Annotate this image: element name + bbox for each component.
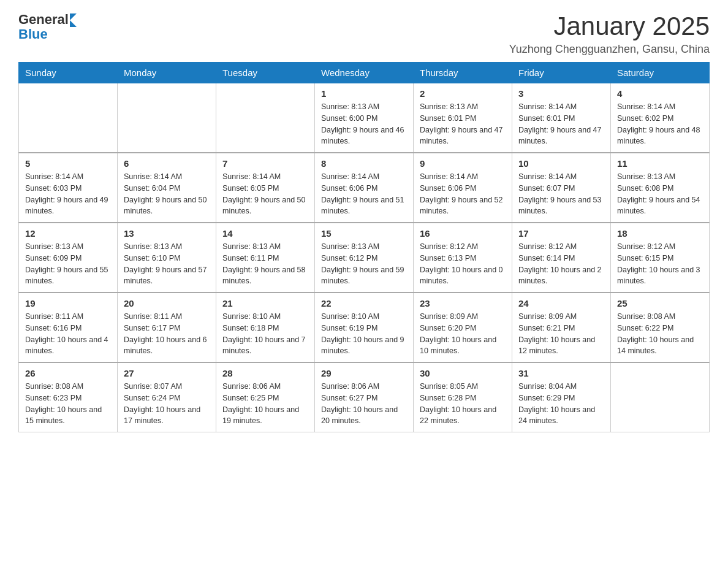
day-of-week-tuesday: Tuesday: [216, 63, 315, 83]
calendar-cell: 12Sunrise: 8:13 AMSunset: 6:09 PMDayligh…: [19, 223, 118, 293]
week-row-5: 26Sunrise: 8:08 AMSunset: 6:23 PMDayligh…: [19, 362, 710, 432]
calendar-cell: 13Sunrise: 8:13 AMSunset: 6:10 PMDayligh…: [118, 223, 216, 293]
day-number: 21: [222, 298, 308, 308]
day-number: 22: [321, 298, 407, 308]
page-header: General Blue January 2025 Yuzhong Chengg…: [18, 12, 710, 56]
day-info: Sunrise: 8:14 AMSunset: 6:04 PMDaylight:…: [124, 171, 210, 217]
day-number: 6: [124, 158, 210, 169]
day-info: Sunrise: 8:06 AMSunset: 6:27 PMDaylight:…: [321, 381, 407, 427]
day-info: Sunrise: 8:06 AMSunset: 6:25 PMDaylight:…: [222, 381, 308, 427]
day-info: Sunrise: 8:09 AMSunset: 6:20 PMDaylight:…: [420, 311, 506, 357]
calendar-cell: 4Sunrise: 8:14 AMSunset: 6:02 PMDaylight…: [611, 83, 710, 153]
calendar-cell: 20Sunrise: 8:11 AMSunset: 6:17 PMDayligh…: [118, 293, 216, 362]
day-number: 24: [518, 298, 604, 308]
day-number: 13: [124, 228, 210, 239]
calendar-cell: 27Sunrise: 8:07 AMSunset: 6:24 PMDayligh…: [118, 362, 216, 432]
calendar-cell: 28Sunrise: 8:06 AMSunset: 6:25 PMDayligh…: [216, 362, 315, 432]
day-number: 10: [518, 158, 604, 169]
day-of-week-sunday: Sunday: [19, 63, 118, 83]
day-of-week-saturday: Saturday: [611, 63, 710, 83]
day-number: 16: [420, 228, 506, 239]
calendar-cell: 30Sunrise: 8:05 AMSunset: 6:28 PMDayligh…: [414, 362, 512, 432]
calendar-header-row: SundayMondayTuesdayWednesdayThursdayFrid…: [19, 63, 710, 83]
week-row-2: 5Sunrise: 8:14 AMSunset: 6:03 PMDaylight…: [19, 153, 710, 223]
day-info: Sunrise: 8:14 AMSunset: 6:06 PMDaylight:…: [420, 171, 506, 217]
day-info: Sunrise: 8:13 AMSunset: 6:11 PMDaylight:…: [222, 241, 308, 287]
day-info: Sunrise: 8:10 AMSunset: 6:18 PMDaylight:…: [222, 311, 308, 357]
calendar-cell: 15Sunrise: 8:13 AMSunset: 6:12 PMDayligh…: [315, 223, 414, 293]
day-number: 30: [420, 368, 506, 378]
day-info: Sunrise: 8:14 AMSunset: 6:01 PMDaylight:…: [518, 101, 604, 147]
day-info: Sunrise: 8:09 AMSunset: 6:21 PMDaylight:…: [518, 311, 604, 357]
logo-blue: Blue: [18, 27, 77, 42]
calendar-cell: 11Sunrise: 8:13 AMSunset: 6:08 PMDayligh…: [611, 153, 710, 223]
day-number: 9: [420, 158, 506, 169]
calendar-cell: 22Sunrise: 8:10 AMSunset: 6:19 PMDayligh…: [315, 293, 414, 362]
day-info: Sunrise: 8:13 AMSunset: 6:09 PMDaylight:…: [25, 241, 111, 287]
title-section: January 2025 Yuzhong Chengguanzhen, Gans…: [509, 12, 710, 56]
day-of-week-thursday: Thursday: [414, 63, 512, 83]
calendar-cell: 29Sunrise: 8:06 AMSunset: 6:27 PMDayligh…: [315, 362, 414, 432]
day-info: Sunrise: 8:07 AMSunset: 6:24 PMDaylight:…: [124, 381, 210, 427]
day-number: 27: [124, 368, 210, 378]
day-number: 4: [617, 88, 703, 99]
day-of-week-friday: Friday: [512, 63, 611, 83]
calendar: SundayMondayTuesdayWednesdayThursdayFrid…: [18, 62, 710, 432]
week-row-3: 12Sunrise: 8:13 AMSunset: 6:09 PMDayligh…: [19, 223, 710, 293]
day-info: Sunrise: 8:04 AMSunset: 6:29 PMDaylight:…: [518, 381, 604, 427]
day-info: Sunrise: 8:13 AMSunset: 6:12 PMDaylight:…: [321, 241, 407, 287]
day-number: 12: [25, 228, 111, 239]
day-info: Sunrise: 8:12 AMSunset: 6:13 PMDaylight:…: [420, 241, 506, 287]
calendar-cell: 25Sunrise: 8:08 AMSunset: 6:22 PMDayligh…: [611, 293, 710, 362]
day-info: Sunrise: 8:08 AMSunset: 6:22 PMDaylight:…: [617, 311, 703, 357]
day-info: Sunrise: 8:14 AMSunset: 6:03 PMDaylight:…: [25, 171, 111, 217]
day-number: 31: [518, 368, 604, 378]
calendar-cell: 7Sunrise: 8:14 AMSunset: 6:05 PMDaylight…: [216, 153, 315, 223]
day-number: 18: [617, 228, 703, 239]
calendar-cell: 5Sunrise: 8:14 AMSunset: 6:03 PMDaylight…: [19, 153, 118, 223]
calendar-cell: 1Sunrise: 8:13 AMSunset: 6:00 PMDaylight…: [315, 83, 414, 153]
day-number: 19: [25, 298, 111, 308]
calendar-cell: 18Sunrise: 8:12 AMSunset: 6:15 PMDayligh…: [611, 223, 710, 293]
day-of-week-monday: Monday: [118, 63, 216, 83]
day-info: Sunrise: 8:13 AMSunset: 6:10 PMDaylight:…: [124, 241, 210, 287]
day-of-week-wednesday: Wednesday: [315, 63, 414, 83]
week-row-1: 1Sunrise: 8:13 AMSunset: 6:00 PMDaylight…: [19, 83, 710, 153]
day-number: 7: [222, 158, 308, 169]
location: Yuzhong Chengguanzhen, Gansu, China: [509, 43, 710, 56]
calendar-cell: 8Sunrise: 8:14 AMSunset: 6:06 PMDaylight…: [315, 153, 414, 223]
day-number: 11: [617, 158, 703, 169]
day-info: Sunrise: 8:13 AMSunset: 6:08 PMDaylight:…: [617, 171, 703, 217]
day-number: 5: [25, 158, 111, 169]
calendar-cell: 3Sunrise: 8:14 AMSunset: 6:01 PMDaylight…: [512, 83, 611, 153]
calendar-cell: 10Sunrise: 8:14 AMSunset: 6:07 PMDayligh…: [512, 153, 611, 223]
day-info: Sunrise: 8:12 AMSunset: 6:15 PMDaylight:…: [617, 241, 703, 287]
day-number: 17: [518, 228, 604, 239]
logo-general: General: [18, 12, 69, 27]
day-info: Sunrise: 8:14 AMSunset: 6:05 PMDaylight:…: [222, 171, 308, 217]
day-info: Sunrise: 8:08 AMSunset: 6:23 PMDaylight:…: [25, 381, 111, 427]
month-title: January 2025: [509, 12, 710, 40]
calendar-cell: [216, 83, 315, 153]
day-number: 26: [25, 368, 111, 378]
calendar-cell: [611, 362, 710, 432]
day-number: 29: [321, 368, 407, 378]
calendar-cell: 23Sunrise: 8:09 AMSunset: 6:20 PMDayligh…: [414, 293, 512, 362]
day-info: Sunrise: 8:11 AMSunset: 6:17 PMDaylight:…: [124, 311, 210, 357]
calendar-cell: 24Sunrise: 8:09 AMSunset: 6:21 PMDayligh…: [512, 293, 611, 362]
calendar-cell: 6Sunrise: 8:14 AMSunset: 6:04 PMDaylight…: [118, 153, 216, 223]
day-info: Sunrise: 8:14 AMSunset: 6:02 PMDaylight:…: [617, 101, 703, 147]
day-number: 23: [420, 298, 506, 308]
day-info: Sunrise: 8:14 AMSunset: 6:06 PMDaylight:…: [321, 171, 407, 217]
day-number: 25: [617, 298, 703, 308]
calendar-cell: [19, 83, 118, 153]
day-info: Sunrise: 8:13 AMSunset: 6:00 PMDaylight:…: [321, 101, 407, 147]
day-info: Sunrise: 8:14 AMSunset: 6:07 PMDaylight:…: [518, 171, 604, 217]
day-number: 1: [321, 88, 407, 99]
day-number: 28: [222, 368, 308, 378]
week-row-4: 19Sunrise: 8:11 AMSunset: 6:16 PMDayligh…: [19, 293, 710, 362]
calendar-cell: 9Sunrise: 8:14 AMSunset: 6:06 PMDaylight…: [414, 153, 512, 223]
day-info: Sunrise: 8:11 AMSunset: 6:16 PMDaylight:…: [25, 311, 111, 357]
calendar-cell: 31Sunrise: 8:04 AMSunset: 6:29 PMDayligh…: [512, 362, 611, 432]
calendar-cell: 19Sunrise: 8:11 AMSunset: 6:16 PMDayligh…: [19, 293, 118, 362]
